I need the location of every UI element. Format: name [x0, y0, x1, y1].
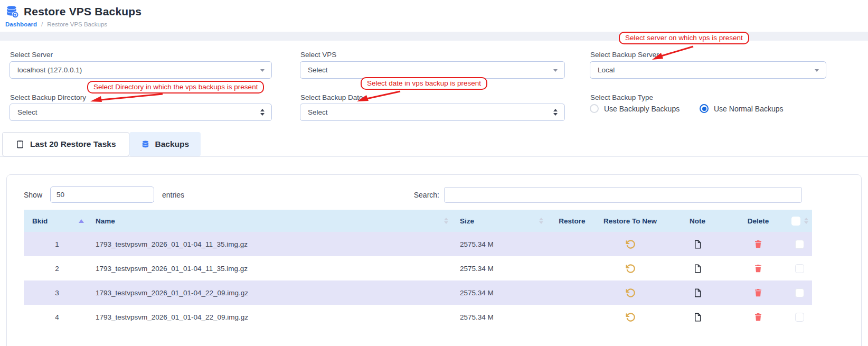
- select-backup-directory-label: Select Backup Directory: [10, 93, 86, 101]
- trash-icon[interactable]: [753, 239, 763, 249]
- note-cell: [666, 280, 729, 305]
- delete-cell: [729, 280, 787, 305]
- radio-icon[interactable]: [590, 104, 599, 113]
- datatable-controls: Show entries Search:: [24, 186, 844, 203]
- select-backup-type-label: Select Backup Type: [590, 93, 653, 101]
- search-input[interactable]: [444, 187, 802, 203]
- delete-cell: [729, 256, 787, 280]
- column-header-bkid[interactable]: Bkid: [24, 210, 90, 232]
- radio-use-backuply-backups[interactable]: Use Backuply Backups: [590, 104, 700, 113]
- row-checkbox[interactable]: [795, 240, 804, 249]
- note-file-icon[interactable]: [693, 287, 703, 298]
- row-checkbox[interactable]: [795, 264, 804, 273]
- column-header-note[interactable]: Note: [666, 210, 729, 232]
- tab-last-20-restore-tasks[interactable]: Last 20 Restore Tasks: [2, 132, 129, 156]
- chevron-down-icon: [553, 69, 558, 72]
- row-checkbox[interactable]: [795, 313, 804, 322]
- breadcrumb-current: Restore VPS Backups: [47, 21, 107, 27]
- column-header-select-all[interactable]: [787, 210, 812, 232]
- radio-icon[interactable]: [700, 104, 709, 113]
- select-server-dropdown[interactable]: localhost (127.0.0.1): [10, 61, 272, 79]
- note-file-icon[interactable]: [693, 263, 703, 274]
- select-backup-date-value: Select: [308, 108, 328, 116]
- column-header-delete[interactable]: Delete: [729, 210, 787, 232]
- show-label: Show: [24, 191, 42, 199]
- tab-backups[interactable]: Backups: [129, 132, 201, 156]
- column-label: Bkid: [32, 217, 48, 225]
- table-row: 2 1793_testvpsvm_2026_01_01-04_11_35.img…: [24, 256, 812, 280]
- bkid-cell: 2: [24, 256, 90, 280]
- select-backup-server-value: Local: [598, 66, 615, 74]
- tab-label: Backups: [155, 139, 190, 149]
- select-updown-icon: [553, 109, 558, 116]
- select-all-checkbox[interactable]: [791, 217, 800, 226]
- tabs-underline: [0, 156, 868, 157]
- delete-cell: [729, 305, 787, 329]
- backup-name-cell: 1793_testvpsvm_2026_01_01-04_11_35.img.g…: [90, 232, 455, 256]
- radio-use-normal-backups[interactable]: Use Normal Backups: [700, 104, 784, 113]
- select-server-value: localhost (127.0.0.1): [17, 66, 82, 74]
- delete-cell: [729, 232, 787, 256]
- radio-label: Use Normal Backups: [714, 105, 784, 113]
- backups-table-body: 1 1793_testvpsvm_2026_01_01-04_11_35.img…: [24, 232, 812, 329]
- entries-count-input[interactable]: [50, 186, 154, 203]
- select-backup-server-dropdown[interactable]: Local: [590, 61, 826, 79]
- column-label: Restore: [559, 217, 585, 225]
- select-backup-date-dropdown[interactable]: Select: [300, 104, 565, 121]
- column-header-size[interactable]: Size: [455, 210, 550, 232]
- page-header: Restore VPS Backups Dashboard / Restore …: [5, 5, 141, 27]
- note-file-icon[interactable]: [693, 239, 703, 250]
- restore-cell: [550, 256, 595, 280]
- breadcrumb-separator: /: [41, 21, 43, 27]
- table-row: 1 1793_testvpsvm_2026_01_01-04_11_35.img…: [24, 232, 812, 256]
- select-row-cell: [787, 280, 812, 305]
- column-header-restore[interactable]: Restore: [550, 210, 595, 232]
- select-row-cell: [787, 232, 812, 256]
- restore-undo-icon[interactable]: [625, 312, 636, 322]
- column-header-name[interactable]: Name: [90, 210, 455, 232]
- select-row-cell: [787, 256, 812, 280]
- backup-name-cell: 1793_testvpsvm_2026_01_01-04_22_09.img.g…: [90, 305, 455, 329]
- restore-undo-icon[interactable]: [625, 239, 636, 249]
- note-cell: [666, 232, 729, 256]
- size-cell: 2575.34 M: [455, 305, 550, 329]
- trash-icon[interactable]: [753, 287, 763, 298]
- select-row-cell: [787, 305, 812, 329]
- backup-name-cell: 1793_testvpsvm_2026_01_01-04_11_35.img.g…: [90, 256, 455, 280]
- annotation-arrow: [353, 88, 405, 105]
- backups-panel: Show entries Search: Bkid: [6, 174, 862, 346]
- chevron-down-icon: [260, 69, 265, 72]
- select-vps-dropdown[interactable]: Select: [300, 61, 565, 79]
- column-label: Note: [690, 217, 705, 225]
- select-backup-directory-dropdown[interactable]: Select: [10, 104, 272, 121]
- column-label: Name: [96, 217, 115, 225]
- clipboard-icon: [15, 139, 25, 149]
- database-restore-icon: [5, 5, 19, 18]
- restore-to-new-cell: [595, 305, 666, 329]
- size-cell: 2575.34 M: [455, 256, 550, 280]
- annotation-backup-directory: Select Directory in which the vps backup…: [87, 81, 264, 93]
- select-server-label: Select Server: [10, 51, 53, 59]
- annotation-backup-date: Select date in vps backup is present: [361, 77, 487, 90]
- restore-undo-icon[interactable]: [625, 287, 636, 298]
- restore-undo-icon[interactable]: [625, 263, 636, 274]
- note-file-icon[interactable]: [693, 312, 703, 323]
- note-cell: [666, 305, 729, 329]
- breadcrumb-dashboard-link[interactable]: Dashboard: [5, 21, 37, 27]
- backup-type-radio-group: Use Backuply Backups Use Normal Backups: [590, 104, 784, 113]
- note-cell: [666, 256, 729, 280]
- sort-ascending-icon: [79, 219, 84, 223]
- row-checkbox[interactable]: [795, 288, 804, 297]
- column-label: Restore To New: [603, 217, 657, 225]
- table-row: 3 1793_testvpsvm_2026_01_01-04_22_09.img…: [24, 280, 812, 305]
- trash-icon[interactable]: [753, 312, 763, 322]
- column-header-restore-to-new[interactable]: Restore To New: [595, 210, 666, 232]
- select-updown-icon: [260, 109, 265, 116]
- restore-cell: [550, 232, 595, 256]
- tab-label: Last 20 Restore Tasks: [30, 139, 116, 149]
- restore-to-new-cell: [595, 280, 666, 305]
- trash-icon[interactable]: [753, 263, 763, 274]
- bkid-cell: 3: [24, 280, 90, 305]
- select-vps-label: Select VPS: [300, 51, 336, 59]
- size-cell: 2575.34 M: [455, 280, 550, 305]
